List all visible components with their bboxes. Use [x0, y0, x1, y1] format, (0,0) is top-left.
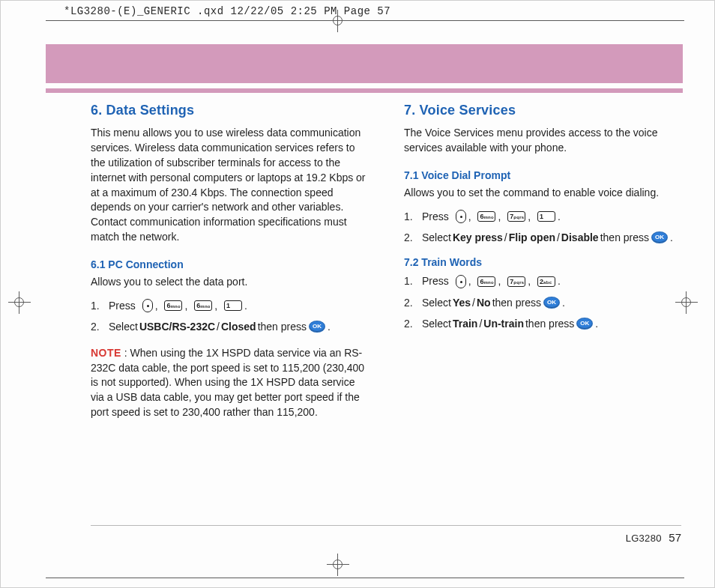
step-7-2-2: 2. Select Yes / No then press OK .	[404, 294, 683, 311]
steps-7-1: 1. Press , 6mno , 7pqrs , 1 . 2.	[404, 208, 683, 246]
option-key-press: Key press	[453, 229, 503, 246]
crop-line-bottom	[46, 578, 684, 578]
option-flip-open: Flip open	[509, 229, 555, 246]
key-7-icon: 7pqrs	[507, 211, 525, 222]
step-number: 1.	[404, 208, 422, 225]
step-6-1-2: 2. Select USBC/RS-232C / Closed then pre…	[91, 318, 369, 335]
step-text: Press	[109, 297, 136, 314]
manual-page: *LG3280-(E)_GENERIC .qxd 12/22/05 2:25 P…	[0, 0, 715, 588]
section-6-body: This menu allows you to use wireless dat…	[91, 126, 369, 245]
footer-model: LG3280	[626, 533, 662, 544]
section-heading-7: 7. Voice Services	[404, 103, 683, 118]
comma: ,	[155, 297, 158, 314]
step-text: Select	[422, 229, 451, 246]
subsection-6-1-intro: Allows you to select the data port.	[91, 275, 369, 290]
subsection-heading-6-1: 6.1 PC Connection	[91, 258, 369, 270]
subsection-heading-7-1: 7.1 Voice Dial Prompt	[404, 169, 683, 181]
footer-rule	[91, 525, 681, 526]
key-6-icon: 6mno	[164, 300, 182, 311]
register-mark-left	[8, 291, 31, 314]
nav-key-icon	[456, 210, 466, 223]
sep: /	[217, 318, 220, 335]
step-number: 2.	[404, 294, 422, 311]
step-text: then press	[600, 229, 649, 246]
header-rule	[46, 88, 683, 93]
key-6-icon: 6mno	[194, 300, 212, 311]
comma: ,	[468, 273, 471, 289]
left-column: 6. Data Settings This menu allows you to…	[91, 103, 369, 420]
key-2-icon: 2abc	[537, 276, 555, 287]
register-mark-bottom	[327, 554, 349, 576]
option-untrain: Un-train	[483, 315, 524, 332]
step-text: then press	[258, 318, 307, 335]
step-number: 2.	[404, 315, 422, 332]
period: .	[595, 315, 598, 332]
step-number: 2.	[91, 318, 109, 335]
section-7-body: The Voice Services menu provides access …	[404, 126, 683, 156]
period: .	[558, 273, 561, 289]
footer: LG3280 57	[626, 531, 681, 544]
step-7-1-2: 2. Select Key press / Flip open / Disabl…	[404, 229, 683, 246]
nav-key-icon	[142, 299, 153, 312]
subsection-7-1-intro: Allows you to set the command to enable …	[404, 186, 683, 201]
steps-6-1: 1. Press , 6mno , 6mno , 1 . 2.	[91, 297, 369, 336]
period: .	[562, 294, 565, 311]
comma: ,	[468, 208, 471, 225]
option-train: Train	[453, 315, 477, 332]
ok-key-icon: OK	[310, 321, 325, 332]
step-number: 2.	[404, 229, 422, 246]
step-7-2-3: 2. Select Train / Un-train then press OK…	[404, 315, 683, 332]
ok-key-icon: OK	[577, 318, 592, 329]
step-text: Press	[422, 208, 449, 225]
footer-page: 57	[669, 531, 681, 544]
option-yes: Yes	[453, 294, 471, 311]
period: .	[670, 229, 673, 246]
step-text: then press	[525, 315, 574, 332]
step-text: Select	[422, 315, 451, 332]
note-label: NOTE	[91, 347, 121, 359]
header-band	[46, 44, 683, 83]
step-7-1-1: 1. Press , 6mno , 7pqrs , 1 .	[404, 208, 683, 225]
subsection-heading-7-2: 7.2 Train Words	[404, 256, 683, 268]
comma: ,	[184, 297, 187, 314]
section-heading-6: 6. Data Settings	[91, 103, 369, 118]
crop-line-top	[46, 20, 684, 21]
sep: /	[472, 294, 475, 311]
key-1-icon: 1	[224, 300, 242, 311]
sep: /	[557, 229, 560, 246]
period: .	[558, 208, 561, 225]
key-1-icon: 1	[537, 211, 555, 222]
step-text: Press	[422, 273, 449, 289]
comma: ,	[528, 208, 531, 225]
right-column: 7. Voice Services The Voice Services men…	[404, 103, 683, 420]
step-number: 1.	[91, 297, 109, 314]
ok-key-icon: OK	[544, 297, 559, 308]
content-area: 6. Data Settings This menu allows you to…	[91, 103, 683, 420]
option-disable: Disable	[561, 229, 599, 246]
option-usbc: USBC/RS-232C	[139, 318, 215, 335]
sep: /	[479, 315, 482, 332]
steps-7-2: 1. Press , 6mno , 7pqrs , 2abc .	[404, 273, 683, 332]
step-number: 1.	[404, 273, 422, 289]
option-no: No	[477, 294, 491, 311]
step-text: then press	[492, 294, 541, 311]
comma: ,	[214, 297, 217, 314]
step-text: Select	[109, 318, 138, 335]
register-mark-top	[327, 10, 349, 32]
option-closed: Closed	[221, 318, 256, 335]
key-6-icon: 6mno	[477, 211, 495, 222]
period: .	[244, 297, 247, 314]
comma: ,	[498, 273, 501, 289]
key-7-icon: 7pqrs	[507, 276, 525, 287]
step-6-1-1: 1. Press , 6mno , 6mno , 1 .	[91, 297, 369, 314]
note-6-1: NOTE : When using the 1X HSPD data servi…	[91, 346, 369, 420]
comma: ,	[528, 273, 531, 289]
period: .	[328, 318, 331, 335]
step-7-2-1: 1. Press , 6mno , 7pqrs , 2abc .	[404, 273, 683, 289]
comma: ,	[498, 208, 501, 225]
ok-key-icon: OK	[652, 232, 667, 243]
nav-key-icon	[456, 275, 466, 288]
step-text: Select	[422, 294, 451, 311]
note-body: : When using the 1X HSPD data service vi…	[91, 347, 364, 419]
sep: /	[504, 229, 507, 246]
